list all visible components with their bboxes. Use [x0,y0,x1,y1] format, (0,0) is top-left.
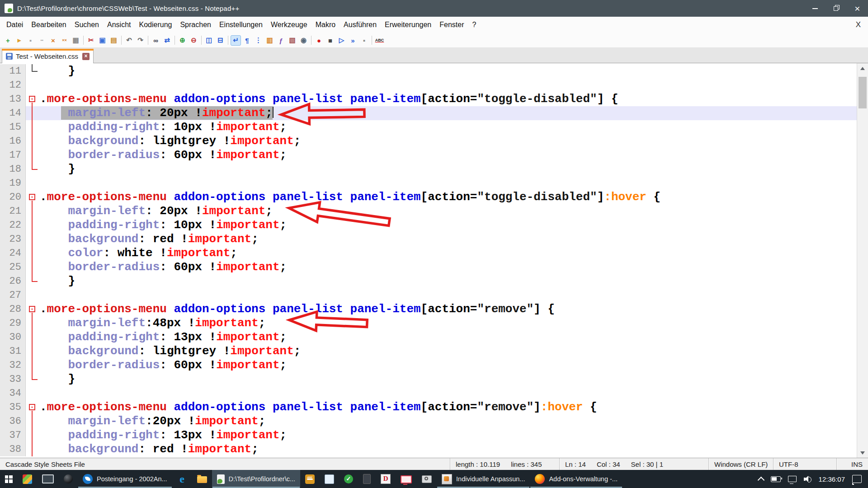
notes-app-icon[interactable] [320,470,339,488]
zoom-out-icon[interactable]: ⊖ [189,35,199,46]
macro-save-icon[interactable]: ▪ [359,35,369,46]
explorer-icon[interactable] [192,470,212,488]
scroll-up-button[interactable] [857,63,868,73]
open-file-icon[interactable]: ▸ [14,35,24,46]
close-doc-icon[interactable]: × [48,35,58,46]
macro-run-multiple-icon[interactable]: » [348,35,358,46]
firefox-addons-task[interactable]: Add-ons-Verwaltung -... [530,470,623,488]
zoom-in-icon[interactable]: ⊕ [177,35,188,46]
copy-icon[interactable]: ▣ [97,35,108,46]
menu-item-[interactable]: ? [468,21,480,29]
menu-item-sprachen[interactable]: Sprachen [176,21,215,29]
start-button[interactable] [0,470,18,488]
menu-item-fenster[interactable]: Fenster [435,21,468,29]
menu-item-werkzeuge[interactable]: Werkzeuge [267,21,311,29]
code-line-12[interactable]: 12 [0,78,868,92]
macro-play-icon[interactable]: ▷ [336,35,347,46]
code-line-30[interactable]: 30 padding-right: 13px !important; [0,330,868,344]
cut-icon[interactable]: ✂ [86,35,96,46]
close-button[interactable]: × [847,0,868,17]
code-line-33[interactable]: 33 } [0,372,868,386]
tab-close-icon[interactable] [82,53,90,60]
spell-check-icon[interactable]: ABC [374,35,385,46]
macro-record-icon[interactable]: ● [314,35,324,46]
code-line-14[interactable]: 14 margin-left: 20px !important; [0,106,868,120]
code-line-24[interactable]: 24 color: white !important; [0,246,868,260]
close-all-icon[interactable]: ×× [59,35,70,46]
new-file-icon[interactable]: + [3,35,13,46]
paste-icon[interactable]: ▤ [108,35,119,46]
word-wrap-icon[interactable]: ↵ [231,35,241,46]
restore-button[interactable] [826,0,847,17]
monitoring-icon[interactable]: ◉ [298,35,309,46]
code-line-36[interactable]: 36 margin-left:20px !important; [0,414,868,428]
red-monitor-icon[interactable] [396,470,417,488]
sync-vertical-icon[interactable]: ◫ [204,35,214,46]
editor[interactable]: 11 }1213.more-options-menu addon-options… [0,63,868,458]
thunderbird-task[interactable]: Posteingang - 2002An... [78,470,172,488]
fold-marker[interactable] [26,190,40,204]
vertical-scrollbar[interactable] [857,63,868,458]
notepadpp-task[interactable]: D:\Test\Profilordner\c... [212,470,300,488]
code-line-19[interactable]: 19 [0,176,868,190]
code-line-23[interactable]: 23 background: red !important; [0,232,868,246]
camera-icon[interactable] [417,470,437,488]
antivirus-check-icon[interactable] [339,470,358,488]
find-icon[interactable]: ∞ [151,35,161,46]
fold-marker[interactable] [26,302,40,316]
volume-icon[interactable] [804,476,811,483]
code-line-37[interactable]: 37 padding-right: 13px !important; [0,428,868,442]
action-center-icon[interactable] [852,475,862,483]
cube-app-icon[interactable] [18,470,37,488]
code-line-16[interactable]: 16 background: lightgrey !important; [0,134,868,148]
code-line-28[interactable]: 28.more-options-menu addon-options panel… [0,302,868,316]
undo-icon[interactable]: ↶ [124,35,134,46]
scroll-down-button[interactable] [857,448,868,458]
code-line-38[interactable]: 38 background: red !important; [0,442,868,456]
menu-item-ansicht[interactable]: Ansicht [103,21,135,29]
disk-tool-icon[interactable] [358,470,376,488]
tray-chevron-up-icon[interactable] [757,476,764,483]
dark-globe-icon[interactable] [59,470,78,488]
menu-item-bearbeiten[interactable]: Bearbeiten [27,21,70,29]
save-all-icon[interactable]: ▪▪ [37,35,47,46]
code-line-29[interactable]: 29 margin-left:48px !important; [0,316,868,330]
code-line-11[interactable]: 11 } [0,64,868,78]
save-icon[interactable]: ▪ [25,35,36,46]
code-line-26[interactable]: 26 } [0,274,868,288]
deepl-icon[interactable] [376,470,396,488]
fold-marker[interactable] [26,92,40,106]
menu-item-makro[interactable]: Makro [311,21,340,29]
replace-icon[interactable]: ⇄ [162,35,172,46]
scrollbar-thumb[interactable] [859,77,867,108]
code-line-27[interactable]: 27 [0,288,868,302]
folder-workspace-icon[interactable]: ▧ [287,35,297,46]
code-line-21[interactable]: 21 margin-left: 20px !important; [0,204,868,218]
code-line-32[interactable]: 32 border-radius: 60px !important; [0,358,868,372]
function-list-icon[interactable]: ƒ [276,35,286,46]
menu-item-kodierung[interactable]: Kodierung [135,21,176,29]
code-line-13[interactable]: 13.more-options-menu addon-options panel… [0,92,868,106]
code-line-35[interactable]: 35.more-options-menu addon-options panel… [0,400,868,414]
menu-item-erweiterungen[interactable]: Erweiterungen [381,21,435,29]
menu-item-suchen[interactable]: Suchen [71,21,103,29]
show-all-chars-icon[interactable]: ¶ [242,35,252,46]
doc-map-icon[interactable]: ▥ [264,35,275,46]
macro-stop-icon[interactable]: ■ [325,35,335,46]
code-line-22[interactable]: 22 padding-right: 10px !important; [0,218,868,232]
code-line-25[interactable]: 25 border-radius: 60px !important; [0,260,868,274]
menu-item-einstellungen[interactable]: Einstellungen [215,21,267,29]
code-line-34[interactable]: 34 [0,386,868,400]
code-line-20[interactable]: 20.more-options-menu addon-options panel… [0,190,868,204]
code-line-15[interactable]: 15 padding-right: 10px !important; [0,120,868,134]
redo-icon[interactable]: ↷ [135,35,146,46]
code-line-17[interactable]: 17 border-radius: 60px !important; [0,148,868,162]
screen-share-icon[interactable] [37,470,59,488]
code-line-18[interactable]: 18 } [0,162,868,176]
menu-item-ausfhren[interactable]: Ausführen [340,21,381,29]
edge-icon[interactable] [172,470,192,488]
keepass-icon[interactable] [300,470,320,488]
print-icon[interactable]: ▦ [71,35,81,46]
fold-marker[interactable] [26,400,40,414]
network-icon[interactable] [788,476,797,482]
